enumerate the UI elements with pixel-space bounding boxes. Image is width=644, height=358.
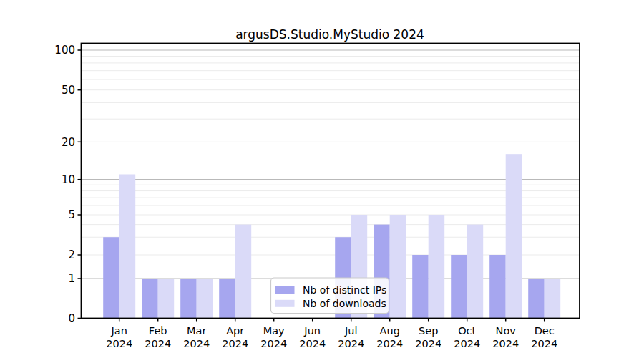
y-tick-label: 0 bbox=[68, 312, 75, 325]
y-tick-label: 2 bbox=[68, 248, 75, 261]
x-tick-label-month: Oct bbox=[458, 325, 476, 337]
x-tick-label-month: May bbox=[263, 325, 285, 337]
x-axis: Jan2024Feb2024Mar2024Apr2024May2024Jun20… bbox=[106, 319, 557, 349]
y-tick-label: 100 bbox=[54, 44, 75, 57]
bar-nb-of-distinct-ips-sep bbox=[412, 255, 429, 319]
x-tick-label-year: 2024 bbox=[106, 338, 132, 349]
x-tick-label-month: Jan bbox=[111, 325, 127, 337]
legend-swatch-1 bbox=[275, 300, 295, 307]
bar-nb-of-downloads-mar bbox=[197, 279, 213, 319]
chart-canvas: argusDS.Studio.MyStudio 2024 01251020501… bbox=[0, 0, 644, 358]
x-tick-label-year: 2024 bbox=[260, 338, 287, 349]
bar-nb-of-distinct-ips-mar bbox=[180, 279, 197, 319]
bar-nb-of-distinct-ips-apr bbox=[219, 279, 235, 319]
figure: argusDS.Studio.MyStudio 2024 01251020501… bbox=[0, 0, 644, 358]
x-tick-label-year: 2024 bbox=[415, 338, 441, 349]
y-tick-label: 5 bbox=[68, 208, 75, 221]
bar-nb-of-downloads-sep bbox=[429, 215, 445, 319]
x-tick-label-year: 2024 bbox=[222, 338, 248, 349]
bar-nb-of-distinct-ips-nov bbox=[489, 255, 506, 319]
legend-swatch-0 bbox=[275, 286, 295, 294]
x-tick-label-year: 2024 bbox=[183, 338, 210, 349]
x-tick-label-month: Nov bbox=[496, 325, 517, 337]
bar-nb-of-distinct-ips-jan bbox=[103, 237, 119, 318]
x-tick-label-month: Aug bbox=[380, 325, 400, 337]
bar-nb-of-downloads-oct bbox=[467, 225, 484, 319]
y-axis: 0125102050100 bbox=[54, 44, 81, 325]
legend-label-1: Nb of downloads bbox=[303, 298, 386, 309]
x-tick-label-month: Dec bbox=[535, 325, 555, 337]
x-tick-label-year: 2024 bbox=[338, 338, 364, 349]
legend-label-0: Nb of distinct IPs bbox=[303, 284, 386, 296]
bar-nb-of-distinct-ips-feb bbox=[142, 279, 158, 319]
x-tick-label-year: 2024 bbox=[454, 338, 480, 349]
y-tick-label: 20 bbox=[62, 136, 75, 149]
x-tick-label-year: 2024 bbox=[531, 338, 557, 349]
y-gridlines-major bbox=[82, 50, 580, 279]
bar-nb-of-downloads-apr bbox=[235, 225, 252, 319]
y-tick-label: 50 bbox=[62, 84, 75, 97]
bar-nb-of-downloads-jan bbox=[119, 174, 136, 318]
bar-nb-of-downloads-aug bbox=[390, 215, 406, 319]
x-tick-label-year: 2024 bbox=[145, 338, 171, 349]
x-tick-label-month: Mar bbox=[187, 325, 206, 337]
x-tick-label-year: 2024 bbox=[376, 338, 403, 349]
x-tick-label-month: Sep bbox=[419, 325, 438, 337]
x-tick-label-year: 2024 bbox=[492, 338, 519, 349]
chart-title: argusDS.Studio.MyStudio 2024 bbox=[235, 27, 424, 42]
x-tick-label-month: Apr bbox=[226, 325, 244, 337]
x-tick-label-month: Jun bbox=[303, 325, 321, 337]
bar-nb-of-distinct-ips-oct bbox=[451, 255, 467, 319]
y-tick-label: 1 bbox=[68, 272, 75, 285]
y-gridlines-minor bbox=[82, 56, 580, 255]
bar-nb-of-downloads-dec bbox=[545, 279, 561, 319]
x-tick-label-year: 2024 bbox=[299, 338, 326, 349]
x-tick-label-month: Jul bbox=[344, 325, 358, 337]
bar-nb-of-distinct-ips-dec bbox=[528, 279, 545, 319]
x-tick-label-month: Feb bbox=[149, 325, 167, 337]
y-tick-label: 10 bbox=[62, 173, 75, 186]
bar-nb-of-downloads-feb bbox=[158, 279, 175, 319]
bar-nb-of-downloads-nov bbox=[506, 154, 522, 318]
legend: Nb of distinct IPsNb of downloads bbox=[271, 278, 389, 314]
